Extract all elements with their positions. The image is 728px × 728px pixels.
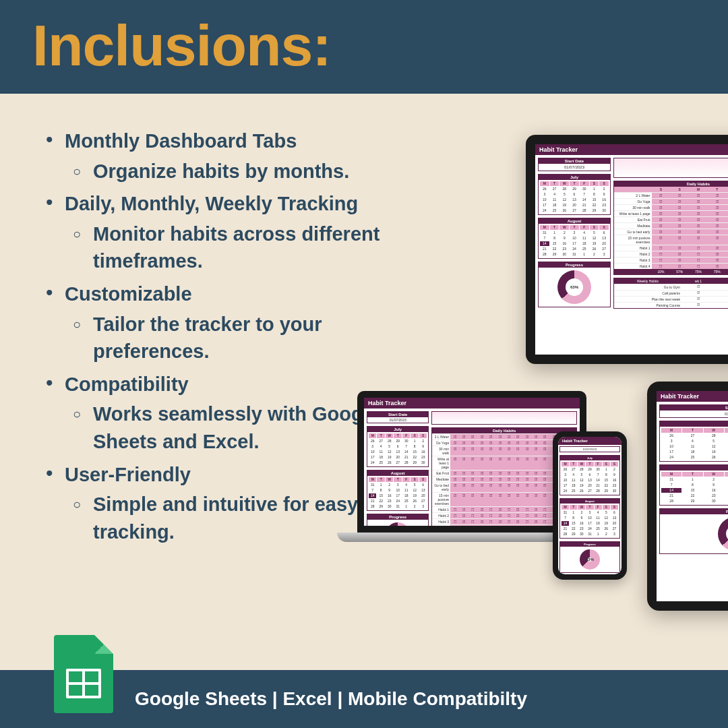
tracker-title: Habit Tracker — [364, 398, 580, 408]
weekly-col: wk 2 — [715, 278, 728, 284]
daily-habits-table: Daily Habits SSMTWTF 2 L WaterDo Yoga30 … — [613, 181, 728, 275]
trend-chart: 100%75%50%25%0% — [613, 158, 728, 178]
tablet-screen: Habit Tracker Start Date 01/07/2023 July… — [657, 391, 728, 601]
tracker-title: Habit Tracker — [535, 144, 728, 155]
month-august-label: August — [660, 465, 728, 471]
month-august-label: August — [539, 218, 610, 224]
month-july-label: July — [367, 427, 428, 432]
feature-title: Customizable — [65, 283, 192, 305]
calendar-august: MTWTFSS311234567891011121314151617181920… — [560, 504, 619, 538]
month-august-label: August — [560, 499, 619, 504]
daily-habits-label: Daily Habits — [432, 428, 576, 433]
progress-donut — [386, 522, 410, 526]
feature-desc: Organize habits by months. — [93, 160, 349, 182]
feature-desc: Monitor habits across different timefram… — [93, 223, 380, 272]
calendar-july: MTWTFSS262728293012345678910111213141516… — [660, 427, 728, 461]
start-date-label: Start Date — [660, 405, 728, 411]
calendar-august: MTWTFSS311234567891011121314151617181920… — [367, 476, 428, 510]
feature-item: Daily, Monthly, Weekly Tracking Monitor … — [40, 190, 411, 275]
daily-rows: 2 L WaterDo Yoga30 min walkWrite at leas… — [614, 192, 728, 269]
month-july-label: July — [539, 175, 610, 180]
feature-item: Customizable Tailor the tracker to your … — [40, 280, 411, 365]
tablet-mockup: Habit Tracker Start Date 01/07/2023 July… — [647, 382, 728, 611]
feature-title: Compatibility — [65, 373, 189, 395]
month-july-label: July — [560, 456, 619, 460]
feature-item: Monthly Dashboard Tabs Organize habits b… — [40, 127, 411, 185]
calendar-august: MTWTFSS311234567891011121314151617181920… — [660, 471, 728, 505]
feature-desc-item: Tailor the tracker to your preferences. — [65, 311, 411, 365]
footer-text: Google Sheets | Excel | Mobile Compatibi… — [135, 688, 527, 710]
phone-screen: Habit Tracker 01/07/2023 July MTWTFSS262… — [558, 437, 621, 574]
start-date-value: 01/07/2023 — [367, 417, 428, 423]
phone-mockup: Habit Tracker 01/07/2023 July MTWTFSS262… — [553, 431, 627, 580]
start-date-value: 01/07/2023 — [539, 164, 610, 171]
feature-title: Daily, Monthly, Weekly Tracking — [65, 193, 358, 214]
calendar-july: MTWTFSS262728293012345678910111213141516… — [367, 432, 428, 466]
weekly-col: wk 1 — [681, 278, 715, 284]
feature-desc: Tailor the tracker to your preferences. — [93, 313, 322, 363]
tracker-title: Habit Tracker — [558, 437, 621, 445]
daily-pct-row: 10%57%75%75%100%10% — [614, 269, 728, 274]
progress-label: Progress — [539, 262, 610, 268]
laptop-screen: Habit Tracker Start Date 01/07/2023 July… — [364, 398, 580, 526]
trend-chart — [431, 411, 577, 425]
progress-donut — [718, 517, 728, 551]
month-july-label: July — [660, 421, 728, 427]
feature-desc: Works seamlessly with Google Sheets and … — [93, 403, 380, 452]
monitor-mockup: Habit Tracker Start Date 01/07/2023 July… — [526, 135, 728, 364]
progress-label: Progress — [367, 514, 428, 520]
feature-desc-item: Monitor habits across different timefram… — [65, 220, 411, 275]
feature-title: User-Friendly — [65, 464, 191, 485]
weekly-habits-label: Weekly Habits — [614, 278, 681, 284]
start-date-label: Start Date — [367, 412, 428, 417]
page-title: Inclusions: — [32, 12, 696, 79]
start-date-value: 01/07/2023 — [660, 411, 728, 417]
weekly-habits-table: Weekly Habits wk 1 wk 2 wk 3 Go to Gym☑☑… — [613, 278, 728, 309]
month-august-label: August — [367, 471, 428, 476]
calendar-july: MTWTFSS262728293012345678910111213141516… — [560, 460, 619, 495]
start-date-label: Start Date — [539, 158, 610, 164]
daily-days-header: SSMTWTF — [614, 187, 728, 192]
monitor-screen: Habit Tracker Start Date 01/07/2023 July… — [535, 144, 728, 355]
tracker-title: Habit Tracker — [657, 391, 728, 402]
progress-donut — [557, 270, 591, 304]
calendar-july: MTWTFSS262728293012345678910111213141516… — [539, 180, 610, 214]
google-sheets-icon — [54, 635, 113, 713]
daily-habits-label: Daily Habits — [614, 181, 728, 187]
feature-desc-item: Organize habits by months. — [65, 158, 411, 185]
progress-label: Progress — [660, 509, 728, 514]
start-date-value: 01/07/2023 — [560, 447, 619, 452]
calendar-august: MTWTFSS311234567891011121314151617181920… — [539, 224, 610, 258]
header-bar: Inclusions: — [0, 0, 728, 94]
weekly-rows: Go to Gym☑☑☐Call parents☑☑☐Plan the next… — [614, 284, 728, 308]
feature-title: Monthly Dashboard Tabs — [65, 130, 297, 152]
device-mockups: Habit Tracker Start Date 01/07/2023 July… — [418, 135, 728, 607]
progress-label: Progress — [560, 542, 619, 547]
progress-donut — [580, 549, 600, 570]
